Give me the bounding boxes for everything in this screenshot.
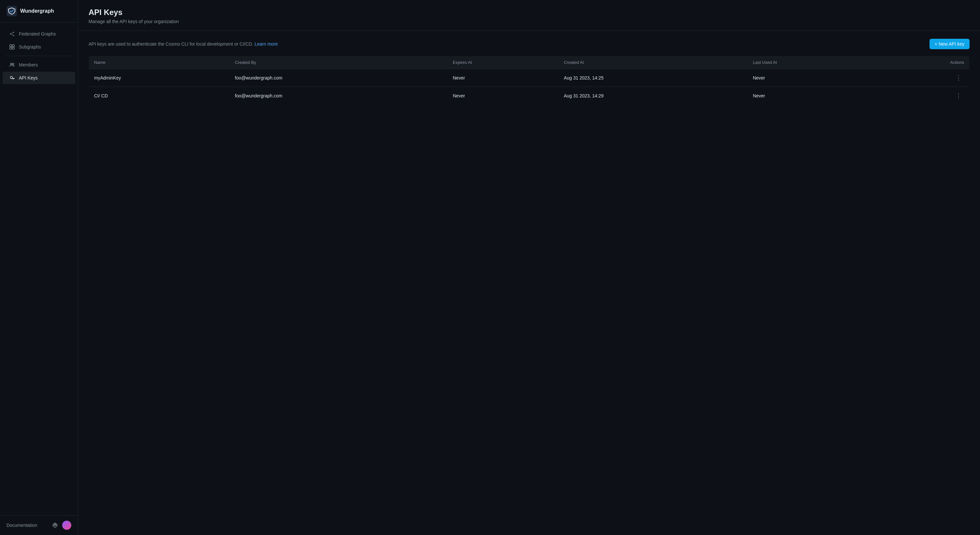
svg-line-4 xyxy=(11,33,13,34)
row-1-created-at: Aug 31 2023, 14:25 xyxy=(559,69,748,87)
sidebar-item-label-subgraphs: Subgraphs xyxy=(19,44,41,50)
app-logo[interactable]: Wundergraph xyxy=(0,0,78,22)
table-row: myAdminKey foo@wundergraph.com Never Aug… xyxy=(89,69,970,87)
col-header-actions: Actions xyxy=(877,56,970,69)
col-header-last-used-at: Last Used At xyxy=(748,56,877,69)
col-header-created-at: Created At xyxy=(559,56,748,69)
wundergraph-logo-icon xyxy=(6,6,17,16)
sidebar-item-label-api-keys: API Keys xyxy=(19,75,38,80)
col-header-name: Name xyxy=(89,56,230,69)
row-2-expires-at: Never xyxy=(448,87,559,105)
learn-more-link[interactable]: Learn more xyxy=(255,42,278,46)
svg-rect-9 xyxy=(13,47,14,49)
row-2-name: CI/ CD xyxy=(89,87,230,105)
sidebar: Wundergraph Federated Graphs xyxy=(0,0,78,535)
sidebar-item-members[interactable]: Members xyxy=(3,59,75,71)
api-keys-table: Name Created By Expires At Created At La… xyxy=(89,56,970,105)
svg-line-5 xyxy=(11,34,13,35)
sidebar-item-label-federated-graphs: Federated Graphs xyxy=(19,31,56,37)
page-header: API Keys Manage all the API keys of your… xyxy=(78,0,980,31)
sidebar-item-federated-graphs[interactable]: Federated Graphs xyxy=(3,28,75,40)
info-bar: API keys are used to authenticate the Co… xyxy=(89,39,970,49)
row-2-actions: ⋮ xyxy=(877,87,970,105)
svg-rect-7 xyxy=(13,45,14,46)
row-2-created-by: foo@wundergraph.com xyxy=(229,87,447,105)
row-1-last-used-at: Never xyxy=(748,69,877,87)
row-1-name: myAdminKey xyxy=(89,69,230,87)
col-header-created-by: Created By xyxy=(229,56,447,69)
row-1-expires-at: Never xyxy=(448,69,559,87)
table-header: Name Created By Expires At Created At La… xyxy=(89,56,970,69)
sidebar-nav: Federated Graphs Subgraphs xyxy=(0,22,78,515)
page-title: API Keys xyxy=(89,8,970,17)
graph-icon xyxy=(9,31,15,37)
row-2-actions-button[interactable]: ⋮ xyxy=(953,91,964,100)
sidebar-item-api-keys[interactable]: API Keys xyxy=(3,72,75,84)
sidebar-bottom: Documentation xyxy=(0,515,78,535)
page-body: API keys are used to authenticate the Co… xyxy=(78,31,980,113)
svg-point-2 xyxy=(13,32,14,33)
sidebar-item-label-members: Members xyxy=(19,62,38,67)
table-row: CI/ CD foo@wundergraph.com Never Aug 31 … xyxy=(89,87,970,105)
info-text: API keys are used to authenticate the Co… xyxy=(89,42,278,46)
row-2-created-at: Aug 31 2023, 14:29 xyxy=(559,87,748,105)
documentation-link[interactable]: Documentation xyxy=(6,522,48,528)
user-avatar[interactable] xyxy=(62,521,71,530)
main-content: API Keys Manage all the API keys of your… xyxy=(78,0,980,535)
subgraph-icon xyxy=(9,44,15,50)
svg-point-11 xyxy=(13,63,14,64)
row-1-actions-button[interactable]: ⋮ xyxy=(953,73,964,82)
page-subtitle: Manage all the API keys of your organiza… xyxy=(89,19,970,24)
members-icon xyxy=(9,62,15,68)
svg-rect-8 xyxy=(10,47,12,49)
table-body: myAdminKey foo@wundergraph.com Never Aug… xyxy=(89,69,970,105)
row-1-actions: ⋮ xyxy=(877,69,970,87)
svg-point-10 xyxy=(11,63,13,65)
theme-toggle-icon[interactable] xyxy=(52,522,58,529)
sidebar-divider xyxy=(5,56,73,56)
table-header-row: Name Created By Expires At Created At La… xyxy=(89,56,970,69)
sidebar-item-subgraphs[interactable]: Subgraphs xyxy=(3,41,75,53)
col-header-expires-at: Expires At xyxy=(448,56,559,69)
key-icon xyxy=(9,75,15,81)
svg-rect-6 xyxy=(10,45,12,46)
svg-point-1 xyxy=(10,34,11,35)
new-api-key-button[interactable]: + New API key xyxy=(929,39,970,49)
app-name: Wundergraph xyxy=(20,8,54,14)
svg-point-3 xyxy=(13,35,14,36)
row-1-created-by: foo@wundergraph.com xyxy=(229,69,447,87)
row-2-last-used-at: Never xyxy=(748,87,877,105)
